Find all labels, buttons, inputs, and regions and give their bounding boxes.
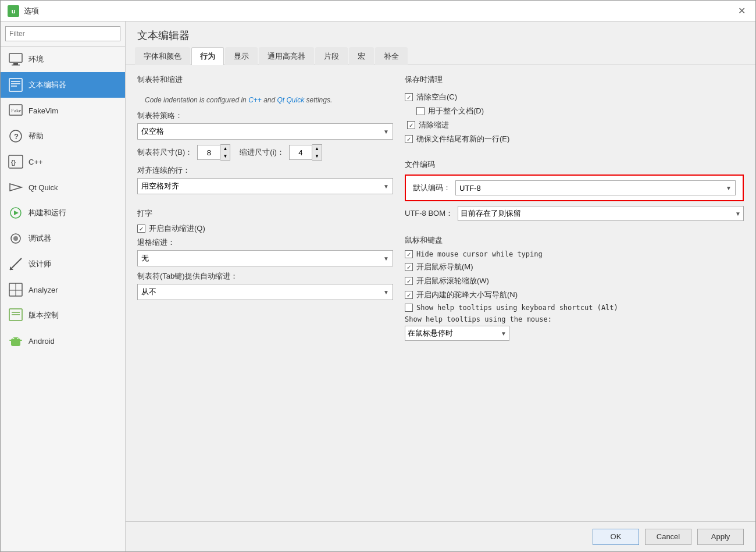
camel-nav-label: 开启内建的驼峰大小写导航(N) bbox=[416, 290, 518, 300]
close-button[interactable]: ✕ bbox=[734, 4, 748, 18]
camel-nav-checkbox[interactable] bbox=[405, 291, 413, 299]
tab-auto-indent-row: 制表符(Tab键)提供自动缩进： 从不 ▼ bbox=[137, 271, 393, 300]
tab-size-down[interactable]: ▼ bbox=[220, 152, 230, 160]
clear-whitespace-checkbox[interactable] bbox=[405, 93, 413, 101]
sidebar-label-designer: 设计师 bbox=[28, 259, 51, 269]
backspace-label: 退格缩进： bbox=[137, 237, 393, 248]
svg-marker-15 bbox=[14, 211, 19, 215]
sidebar-item-fake-vim[interactable]: Fake FakeVim bbox=[1, 98, 125, 123]
help-tooltip-shortcut-row: Show help tooltips using keyboard shortc… bbox=[405, 304, 744, 312]
camel-nav-row: 开启内建的驼峰大小写导航(N) bbox=[405, 290, 744, 300]
indent-size-down[interactable]: ▼ bbox=[312, 152, 322, 160]
whole-doc-checkbox[interactable] bbox=[416, 107, 425, 115]
designer-icon bbox=[8, 256, 24, 272]
svg-rect-2 bbox=[12, 65, 20, 66]
tab-display[interactable]: 显示 bbox=[225, 47, 258, 65]
dialog-body: 环境 文本编辑器 bbox=[1, 22, 755, 551]
editor-icon bbox=[8, 77, 24, 93]
mouse-nav-checkbox[interactable] bbox=[405, 263, 413, 271]
save-title: 保存时清理 bbox=[405, 74, 744, 85]
svg-text:Fake: Fake bbox=[11, 108, 22, 113]
cancel-button[interactable]: Cancel bbox=[645, 529, 691, 545]
svg-rect-3 bbox=[9, 79, 22, 91]
scroll-zoom-label: 开启鼠标滚轮缩放(W) bbox=[416, 276, 489, 286]
save-inner: 清除空白(C) 用于整个文档(D) 清除缩进 bbox=[405, 90, 744, 150]
tab-size-up[interactable]: ▲ bbox=[220, 145, 230, 152]
file-encoding-section: 文件编码 默认编码： UTF-8 ▼ UTF-8 BOM： 目前存在了则保留 bbox=[405, 159, 744, 226]
page-title: 文本编辑器 bbox=[126, 22, 755, 47]
sidebar-item-debug[interactable]: 调试器 bbox=[1, 226, 125, 251]
indent-size-up[interactable]: ▲ bbox=[312, 145, 322, 152]
align-dropdown[interactable]: 用空格对齐 ▼ bbox=[137, 178, 393, 194]
utf8-bom-dropdown[interactable]: 目前存在了则保留 ▼ bbox=[458, 206, 744, 221]
sidebar-item-designer[interactable]: 设计师 bbox=[1, 251, 125, 277]
filter-box bbox=[1, 22, 125, 47]
tab-size-row: 制表符尺寸(B)： ▲ ▼ 缩进尺寸(i)： bbox=[137, 144, 393, 161]
tab-size-input[interactable] bbox=[197, 145, 220, 160]
title-bar-left: u 选项 bbox=[8, 5, 39, 17]
tab-highlight[interactable]: 通用高亮器 bbox=[259, 47, 314, 65]
svg-text:?: ? bbox=[14, 132, 19, 141]
android-icon bbox=[8, 333, 24, 349]
auto-indent-checkbox[interactable] bbox=[137, 225, 145, 233]
tooltip-mouse-dropdown[interactable]: 在鼠标悬停时 ▼ bbox=[405, 326, 509, 341]
mouse-keyboard-section: 鼠标和键盘 Hide mouse cursor while typing 开启鼠… bbox=[405, 235, 744, 341]
tab-policy-dropdown[interactable]: 仅空格 ▼ bbox=[137, 123, 393, 140]
right-column: 保存时清理 清除空白(C) 用于整个文档(D) bbox=[405, 74, 744, 512]
sidebar-item-bang-zhu[interactable]: ? 帮助 bbox=[1, 123, 125, 149]
sidebar-item-vcs[interactable]: 版本控制 bbox=[1, 302, 125, 328]
sidebar-item-analyzer[interactable]: Analyzer bbox=[1, 277, 125, 302]
sidebar-item-build[interactable]: 构建和运行 bbox=[1, 200, 125, 226]
app-logo: u bbox=[8, 5, 19, 17]
indent-size-input[interactable] bbox=[289, 145, 312, 160]
ok-button[interactable]: OK bbox=[593, 529, 639, 545]
title-bar: u 选项 ✕ bbox=[1, 1, 755, 22]
sidebar-label-wen-ben: 文本编辑器 bbox=[28, 80, 66, 90]
tab-macro[interactable]: 宏 bbox=[349, 47, 374, 65]
qtquick-link[interactable]: Qt Quick bbox=[277, 96, 305, 104]
tab-behavior[interactable]: 行为 bbox=[191, 47, 224, 65]
indent-size-label: 缩进尺寸(i)： bbox=[240, 147, 284, 158]
clear-indent-checkbox[interactable] bbox=[407, 121, 415, 129]
tab-indent-title: 制表符和缩进 bbox=[137, 74, 393, 85]
hide-mouse-checkbox[interactable] bbox=[405, 250, 413, 258]
default-encoding-dropdown[interactable]: UTF-8 ▼ bbox=[455, 180, 736, 195]
hide-mouse-row: Hide mouse cursor while typing bbox=[405, 250, 744, 258]
indent-size-spinbox-btns: ▲ ▼ bbox=[312, 144, 322, 161]
sidebar-item-huan-jing[interactable]: 环境 bbox=[1, 47, 125, 72]
tab-snippet[interactable]: 片段 bbox=[315, 47, 348, 65]
tab-auto-indent-dropdown[interactable]: 从不 ▼ bbox=[137, 284, 393, 300]
backspace-value: 无 bbox=[141, 253, 149, 263]
tab-policy-row: 制表符策略： 仅空格 ▼ bbox=[137, 111, 393, 140]
sidebar-item-wen-ben-bian-ji-qi[interactable]: 文本编辑器 bbox=[1, 72, 125, 98]
tab-policy-arrow: ▼ bbox=[383, 129, 389, 135]
svg-point-17 bbox=[13, 236, 18, 241]
sidebar-item-android[interactable]: Android bbox=[1, 328, 125, 354]
align-value: 用空格对齐 bbox=[141, 181, 179, 191]
backspace-dropdown[interactable]: 无 ▼ bbox=[137, 250, 393, 266]
window-title: 选项 bbox=[24, 6, 39, 16]
filter-input[interactable] bbox=[5, 26, 120, 41]
tab-policy-label: 制表符策略： bbox=[137, 111, 393, 121]
tab-font-color[interactable]: 字体和颜色 bbox=[135, 47, 190, 65]
scroll-zoom-checkbox[interactable] bbox=[405, 277, 413, 285]
utf8-bom-value: 目前存在了则保留 bbox=[461, 208, 521, 219]
typing-title: 打字 bbox=[137, 208, 393, 219]
sidebar-item-cpp[interactable]: {} C++ bbox=[1, 149, 125, 174]
apply-button[interactable]: Apply bbox=[697, 529, 744, 545]
help-tooltip-shortcut-checkbox[interactable] bbox=[405, 304, 413, 312]
auto-indent-label: 开启自动缩进(Q) bbox=[149, 223, 205, 234]
sidebar-item-qt-quick[interactable]: Qt Quick bbox=[1, 174, 125, 200]
left-column: 制表符和缩进 Code indentation is configured in… bbox=[137, 74, 393, 512]
fakevim-icon: Fake bbox=[8, 102, 24, 119]
mouse-nav-row: 开启鼠标导航(M) bbox=[405, 262, 744, 272]
tab-supplement[interactable]: 补全 bbox=[375, 47, 408, 65]
mouse-keyboard-title: 鼠标和键盘 bbox=[405, 235, 744, 245]
sidebar-label-fakevim: FakeVim bbox=[28, 106, 58, 115]
ensure-newline-checkbox[interactable] bbox=[405, 135, 413, 143]
sidebar-label-vcs: 版本控制 bbox=[28, 310, 59, 320]
tab-auto-indent-value: 从不 bbox=[141, 287, 156, 297]
cpp-icon: {} bbox=[8, 154, 24, 170]
cpp-link[interactable]: C++ bbox=[248, 96, 262, 104]
encoding-arrow: ▼ bbox=[726, 185, 732, 191]
